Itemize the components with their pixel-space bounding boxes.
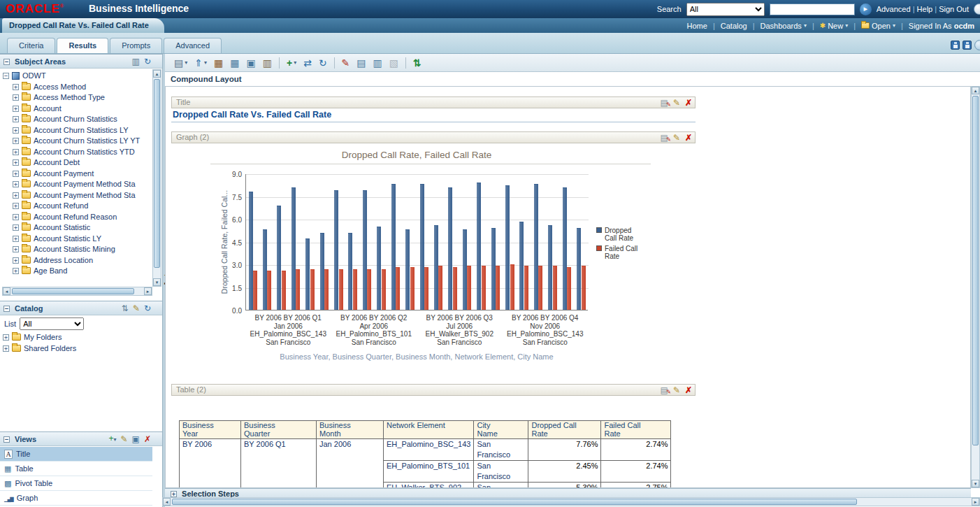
dropped-call-rate-bar[interactable] xyxy=(334,190,338,310)
scroll-right-icon[interactable]: ▸ xyxy=(972,498,979,506)
failed-call-rate-bar[interactable] xyxy=(367,269,371,310)
failed-call-rate-bar[interactable] xyxy=(339,269,343,310)
format-container-icon[interactable]: ▤✎ xyxy=(661,134,668,142)
tree-item[interactable]: +Access Method Type xyxy=(0,92,152,103)
scroll-up-icon[interactable]: ▴ xyxy=(972,87,979,94)
catalog-panel-header[interactable]: − Catalog ⇅✎↻ xyxy=(0,301,162,315)
expand-icon[interactable]: + xyxy=(13,127,19,134)
expand-tree-icon[interactable]: ⇅ xyxy=(122,301,129,315)
tab-prompts[interactable]: Prompts xyxy=(110,38,162,53)
tree-item[interactable]: +Account Debt xyxy=(0,157,152,169)
dropped-call-rate-bar[interactable] xyxy=(491,228,496,310)
search-input[interactable] xyxy=(770,3,855,15)
subject-areas-hscrollbar[interactable]: ◂ ▸ xyxy=(2,287,152,296)
help-icon[interactable] xyxy=(974,40,980,50)
show-hide-table-icon[interactable]: ▦ xyxy=(226,55,243,71)
views-item-pivot-table[interactable]: ▩Pivot Table xyxy=(0,476,152,491)
catalog-folder-shared-folders[interactable]: +Shared Folders xyxy=(0,343,152,355)
sort-icon[interactable]: ⇅ xyxy=(410,55,425,71)
save-icon[interactable] xyxy=(951,41,960,50)
failed-call-rate-bar[interactable] xyxy=(267,271,271,310)
scroll-right-icon[interactable]: ▸ xyxy=(144,287,152,295)
dropped-call-rate-bar[interactable] xyxy=(405,229,410,310)
views-item-title[interactable]: ATitle xyxy=(0,447,152,462)
failed-call-rate-bar[interactable] xyxy=(467,266,471,310)
dropped-call-rate-bar[interactable] xyxy=(249,192,253,310)
edit-disabled-icon[interactable]: ▧ xyxy=(386,55,402,71)
tab-results[interactable]: Results xyxy=(57,38,108,53)
tree-item[interactable]: +Account Statistic LY xyxy=(0,234,152,245)
views-panel-header[interactable]: − Views +▾✎▣✗ xyxy=(0,431,162,446)
tree-item[interactable]: +Account Payment xyxy=(0,169,152,180)
scroll-left-icon[interactable]: ◂ xyxy=(3,287,10,295)
home-link[interactable]: Home xyxy=(687,22,707,30)
dropped-call-rate-bar[interactable] xyxy=(577,228,581,310)
new-link[interactable]: ✱New▾ xyxy=(820,22,848,30)
dropped-call-rate-bar[interactable] xyxy=(320,233,324,310)
scroll-thumb[interactable] xyxy=(172,499,857,505)
tree-item[interactable]: +Account Refund Reason xyxy=(0,212,152,223)
format-container-icon[interactable]: ▤✎ xyxy=(661,386,668,394)
tree-item[interactable]: +Account Payment Method Sta xyxy=(0,190,152,201)
header-accessibility-icon[interactable] xyxy=(974,3,980,15)
main-vscrollbar[interactable]: ▴ ▾ xyxy=(971,86,980,488)
print-icon[interactable]: ▤▾ xyxy=(171,55,191,71)
expand-icon[interactable]: + xyxy=(13,268,19,274)
dropped-call-rate-bar[interactable] xyxy=(519,222,524,310)
failed-call-rate-bar[interactable] xyxy=(553,266,557,310)
catalog-link[interactable]: Catalog xyxy=(721,22,747,30)
tree-item[interactable]: +Account Payment Method Sta xyxy=(0,179,152,190)
search-go-button[interactable]: ▸ xyxy=(860,3,872,15)
search-scope-select[interactable]: All xyxy=(686,3,765,16)
scroll-thumb[interactable] xyxy=(154,79,160,268)
new-view-icon[interactable]: +▾ xyxy=(283,55,300,71)
tree-item[interactable]: +Account Churn Statistics xyxy=(0,114,152,125)
failed-call-rate-bar[interactable] xyxy=(282,271,286,310)
expand-icon[interactable]: + xyxy=(13,257,19,264)
dropped-call-rate-bar[interactable] xyxy=(477,183,481,310)
copy-view-icon[interactable]: ▣ xyxy=(243,55,259,71)
open-link[interactable]: Open▾ xyxy=(861,22,895,30)
expand-icon[interactable]: + xyxy=(13,159,19,166)
subject-areas-panel-header[interactable]: − Subject Areas ▥↻ xyxy=(0,54,162,69)
expand-icon[interactable]: + xyxy=(171,491,177,497)
bottom-hscrollbar[interactable]: ◂ ▸ xyxy=(162,497,980,506)
tree-item[interactable]: +Account Churn Statistics YTD xyxy=(0,147,152,158)
catalog-folder-my-folders[interactable]: +My Folders xyxy=(0,332,152,343)
tree-item[interactable]: +Age Band xyxy=(0,266,152,277)
expand-icon[interactable]: + xyxy=(13,138,19,144)
expand-icon[interactable]: + xyxy=(13,106,19,112)
dropped-call-rate-bar[interactable] xyxy=(305,238,310,310)
failed-call-rate-bar[interactable] xyxy=(424,267,428,310)
edit-view-icon[interactable]: ✎ xyxy=(673,386,680,394)
failed-call-rate-bar[interactable] xyxy=(296,269,300,310)
dropped-call-rate-bar[interactable] xyxy=(291,187,296,310)
advanced-link[interactable]: Advanced xyxy=(877,5,911,13)
tree-item[interactable]: +Address Location xyxy=(0,255,152,266)
remove-view-icon[interactable]: ✗ xyxy=(685,134,692,142)
dropped-call-rate-bar[interactable] xyxy=(534,184,538,310)
failed-call-rate-bar[interactable] xyxy=(582,266,586,310)
dropped-call-rate-bar[interactable] xyxy=(448,187,452,310)
failed-call-rate-bar[interactable] xyxy=(382,269,386,310)
dropped-call-rate-bar[interactable] xyxy=(363,190,367,310)
dropped-call-rate-bar[interactable] xyxy=(463,229,467,310)
dashboards-link[interactable]: Dashboards▾ xyxy=(761,22,807,30)
expand-icon[interactable]: + xyxy=(13,84,19,90)
save-as-icon[interactable] xyxy=(963,41,972,50)
format-container-icon[interactable]: ▤✎ xyxy=(661,99,668,107)
scroll-up-icon[interactable]: ▴ xyxy=(153,70,161,78)
dropped-call-rate-bar[interactable] xyxy=(377,227,381,310)
help-link[interactable]: Help xyxy=(917,5,933,13)
catalog-list-select[interactable]: All xyxy=(20,317,84,330)
tree-item[interactable]: +Access Method xyxy=(0,82,152,93)
edit-view-icon[interactable]: ✎ xyxy=(121,432,128,446)
expand-icon[interactable]: + xyxy=(13,149,19,155)
dropped-call-rate-bar[interactable] xyxy=(263,229,267,310)
failed-call-rate-bar[interactable] xyxy=(567,267,571,310)
failed-call-rate-bar[interactable] xyxy=(396,267,400,310)
panes-icon[interactable]: ▥ xyxy=(132,55,140,69)
active-document-tab[interactable]: Dropped Call Rate Vs. Failed Call Rate xyxy=(2,18,164,33)
expand-icon[interactable]: + xyxy=(13,116,19,122)
new-view-icon[interactable]: +▾ xyxy=(109,431,117,447)
